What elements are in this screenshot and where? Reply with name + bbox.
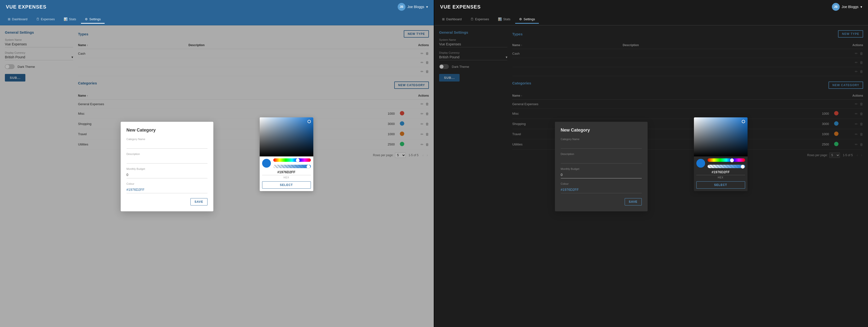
tab-stats-light[interactable]: 📊 Stats [60, 16, 80, 24]
modal-desc-field-light: Description [127, 152, 208, 164]
app-title-dark: VUE EXPENSES [440, 4, 481, 10]
hex-value-light[interactable]: #1976D2FF [262, 170, 311, 175]
category-name-input-dark[interactable] [561, 142, 642, 149]
username-light: Joe Bloggs [407, 5, 424, 9]
topbar-light: VUE EXPENSES JB Joe Bloggs ▾ [0, 0, 434, 14]
modal-title-light: New Category [127, 128, 208, 133]
dashboard-icon-dark: ⊞ [442, 17, 445, 21]
tab-expenses-dark[interactable]: 🗒 Expenses [467, 16, 493, 24]
app-title-light: VUE EXPENSES [6, 4, 46, 10]
username-dark: Joe Bloggs [842, 5, 859, 9]
hue-slider-light[interactable] [273, 158, 311, 162]
category-name-input-light[interactable] [127, 142, 208, 149]
hue-thumb-dark [730, 158, 734, 162]
dashboard-icon-light: ⊞ [8, 17, 10, 21]
picker-controls-light [260, 156, 313, 169]
select-color-btn-light[interactable]: SELECT [262, 181, 311, 189]
modal-overlay-light: New Category Category Name Description M… [0, 25, 434, 327]
save-btn-light[interactable]: SAVE [190, 198, 208, 206]
chevron-down-icon: ▾ [426, 5, 428, 9]
chevron-down-icon-dark: ▾ [861, 5, 862, 9]
avatar-light: JB [398, 3, 405, 11]
modal-budget-field-dark: Monthly Budget 0 [561, 168, 642, 178]
user-area-dark[interactable]: JB Joe Bloggs ▾ [832, 3, 862, 11]
modal-desc-field-dark: Description [561, 152, 642, 164]
modal-actions-light: SAVE [127, 198, 208, 206]
picker-controls-dark [694, 156, 748, 169]
hue-slider-dark[interactable] [708, 158, 745, 162]
settings-icon-light: ⚙ [85, 17, 88, 21]
settings-icon-dark: ⚙ [519, 17, 522, 21]
hex-row-dark: #1976D2FF HEX [694, 169, 748, 181]
stats-icon-light: 📊 [64, 17, 67, 21]
hue-thumb-light [296, 158, 300, 162]
color-preview-dark [696, 159, 705, 168]
opacity-thumb-dark [741, 165, 745, 169]
picker-circle-dark [742, 120, 745, 123]
description-input-dark[interactable] [561, 156, 642, 164]
new-category-modal-dark: New Category Category Name Description M… [555, 122, 648, 211]
content-dark: General Settings System Name Vue Expense… [434, 25, 868, 327]
save-btn-dark[interactable]: SAVE [625, 198, 642, 206]
expenses-icon-light: 🗒 [36, 17, 39, 21]
tab-dashboard-light[interactable]: ⊞ Dashboard [4, 16, 31, 24]
select-color-btn-dark[interactable]: SELECT [696, 181, 745, 189]
nav-tabs-light: ⊞ Dashboard 🗒 Expenses 📊 Stats ⚙ Setting… [0, 14, 434, 25]
topbar-dark: VUE EXPENSES JB Joe Bloggs ▾ [434, 0, 868, 14]
modal-catname-field-dark: Category Name [561, 138, 642, 149]
sliders-dark [708, 158, 745, 168]
modal-title-dark: New Category [561, 128, 642, 133]
sliders-light [273, 158, 311, 168]
tab-settings-light[interactable]: ⚙ Settings [81, 16, 104, 24]
color-gradient-dark[interactable] [694, 117, 748, 156]
hex-value-dark[interactable]: #1976D2FF [696, 170, 745, 175]
color-picker-light: #1976D2FF HEX SELECT [260, 117, 313, 191]
hex-row-light: #1976D2FF HEX [260, 169, 313, 181]
dark-panel: VUE EXPENSES JB Joe Bloggs ▾ ⊞ Dashboard… [434, 0, 868, 327]
modal-catname-field-light: Category Name [127, 138, 208, 149]
color-gradient-light[interactable] [260, 117, 313, 156]
opacity-slider-dark[interactable] [708, 165, 745, 168]
modal-budget-field-light: Monthly Budget 0 [127, 168, 208, 178]
picker-circle-light [307, 120, 311, 123]
opacity-slider-light[interactable] [273, 165, 311, 168]
tab-stats-dark[interactable]: 📊 Stats [494, 16, 515, 24]
modal-overlay-dark: New Category Category Name Description M… [434, 25, 868, 327]
description-input-light[interactable] [127, 156, 208, 164]
avatar-dark: JB [832, 3, 840, 11]
modal-colour-field-light: Colour #1976D2FF [127, 182, 208, 193]
expenses-icon-dark: 🗒 [471, 17, 474, 21]
user-area-light[interactable]: JB Joe Bloggs ▾ [398, 3, 428, 11]
color-preview-light [262, 159, 271, 168]
new-category-modal-light: New Category Category Name Description M… [121, 122, 213, 211]
nav-tabs-dark: ⊞ Dashboard 🗒 Expenses 📊 Stats ⚙ Setting… [434, 14, 868, 25]
stats-icon-dark: 📊 [498, 17, 502, 21]
light-panel: VUE EXPENSES JB Joe Bloggs ▾ ⊞ Dashboard… [0, 0, 434, 327]
tab-dashboard-dark[interactable]: ⊞ Dashboard [438, 16, 466, 24]
color-picker-dark: #1976D2FF HEX SELECT [694, 117, 748, 191]
hex-label-light: HEX [262, 176, 311, 179]
modal-colour-field-dark: Colour #1976D2FF [561, 182, 642, 193]
content-light: General Settings System Name Vue Expense… [0, 25, 434, 327]
opacity-thumb-light [307, 165, 310, 169]
hex-label-dark: HEX [696, 176, 745, 179]
tab-expenses-light[interactable]: 🗒 Expenses [32, 16, 59, 24]
tab-settings-dark[interactable]: ⚙ Settings [515, 16, 539, 24]
modal-actions-dark: SAVE [561, 198, 642, 206]
